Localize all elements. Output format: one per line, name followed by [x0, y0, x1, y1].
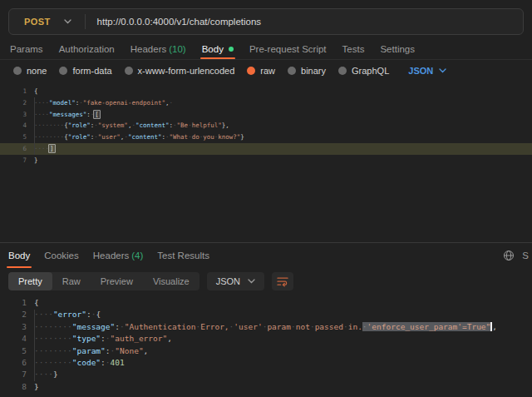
tab-tests[interactable]: Tests: [342, 39, 365, 59]
code-line[interactable]: 2····"error":·{: [0, 309, 532, 320]
body-type-selector: none form-data x-www-form-urlencoded raw…: [0, 60, 532, 82]
tab-label: Headers: [131, 44, 166, 54]
code-token: helpful": [192, 122, 222, 129]
active-tab-underline: [7, 266, 32, 268]
radio-icon: [13, 67, 22, 75]
code-token: ········: [34, 322, 72, 331]
code-token: ········: [34, 346, 72, 355]
method-label: POST: [24, 17, 51, 27]
code-line[interactable]: 7····}: [0, 369, 532, 380]
tab-label: Body: [8, 251, 30, 261]
view-pretty[interactable]: Pretty: [8, 272, 52, 290]
body-type-raw[interactable]: raw: [247, 66, 275, 76]
radio-selected-icon: [247, 67, 255, 75]
tab-authorization[interactable]: Authorization: [59, 39, 115, 59]
code-line[interactable]: 5········{"role":·"user",·"content":·"Wh…: [0, 132, 532, 143]
line-number: 7: [3, 369, 27, 380]
code-token: "system": [98, 122, 128, 129]
body-language-dropdown[interactable]: JSON: [408, 66, 446, 76]
code-token: 'user': [234, 322, 262, 331]
code-line[interactable]: 6········"code":·401: [0, 357, 532, 369]
tab-label: Headers: [93, 251, 129, 261]
response-tab-cookies[interactable]: Cookies: [44, 243, 79, 268]
code-token: }: [240, 133, 244, 141]
code-line[interactable]: 4········{"role":·"system",·"content":·"…: [0, 120, 532, 132]
indent-guide: [34, 97, 35, 155]
chevron-down-icon: [64, 19, 71, 24]
view-visualize[interactable]: Visualize: [143, 272, 200, 290]
tab-headers[interactable]: Headers (10): [131, 39, 186, 59]
code-line[interactable]: 7}: [0, 155, 532, 166]
code-token: know?": [218, 133, 240, 141]
line-number: 2: [3, 309, 27, 320]
code-line[interactable]: 4········"type":·"auth_error",: [0, 333, 532, 345]
code-token: {: [96, 310, 101, 319]
line-number: 4: [3, 333, 27, 345]
code-line[interactable]: 2····"model":·"fake-openai-endpoint",·: [0, 97, 532, 109]
code-token: ,: [492, 322, 497, 331]
tab-pre-request-script[interactable]: Pre-request Script: [249, 39, 327, 59]
code-token: "None": [115, 346, 143, 355]
code-token: ·: [362, 322, 367, 331]
code-line[interactable]: 5········"param":·"None",: [0, 345, 532, 357]
chevron-down-icon: [439, 68, 446, 73]
tab-label: Body: [202, 44, 224, 54]
code-token: {: [34, 87, 38, 95]
line-number: 1: [3, 297, 27, 309]
code-line[interactable]: 6····]: [0, 143, 532, 155]
code-token: }: [34, 382, 39, 391]
request-url-bar: POST http://0.0.0.0:4000/v1/chat/complet…: [8, 8, 524, 35]
response-editor[interactable]: 1{2····"error":·{3········"message":·"Au…: [0, 295, 532, 397]
body-type-binary[interactable]: binary: [288, 66, 326, 76]
headers-count-badge: (4): [131, 251, 143, 261]
wrap-text-icon: [277, 276, 288, 287]
radio-icon: [125, 67, 133, 75]
response-tab-test-results[interactable]: Test Results: [157, 243, 209, 268]
body-type-x-www-form-urlencoded[interactable]: x-www-form-urlencoded: [125, 66, 235, 76]
code-token: "model": [49, 99, 76, 107]
code-token: "auth_error": [111, 334, 168, 343]
code-line[interactable]: 3········"message":·"Authentication·Erro…: [0, 321, 532, 333]
code-line[interactable]: 3····"messages":·[: [0, 109, 532, 121]
code-token: "type": [72, 334, 101, 343]
status-text-clipped: S: [522, 251, 529, 261]
code-token: ········: [34, 334, 72, 343]
request-editor[interactable]: 1{2····"model":·"fake-openai-endpoint",·…: [0, 83, 532, 245]
tab-params[interactable]: Params: [10, 39, 43, 59]
code-token: ,: [167, 334, 172, 343]
code-token: "error": [53, 310, 86, 319]
body-type-form-data[interactable]: form-data: [59, 66, 111, 76]
view-raw[interactable]: Raw: [52, 272, 91, 290]
code-token: not: [296, 322, 310, 331]
code-token: [: [93, 110, 101, 119]
wrap-text-button[interactable]: [272, 272, 293, 290]
body-type-none[interactable]: none: [13, 66, 47, 76]
view-preview[interactable]: Preview: [91, 272, 143, 290]
response-tab-body[interactable]: Body: [8, 243, 30, 268]
code-token: "role": [68, 133, 91, 141]
radio-icon: [59, 67, 67, 75]
chevron-down-icon: [248, 279, 255, 284]
code-token: param: [267, 322, 291, 331]
code-line[interactable]: 1{: [0, 86, 532, 97]
radio-icon: [288, 67, 296, 75]
code-token: "messages": [49, 111, 86, 118]
code-token: "user": [98, 133, 121, 141]
code-token: ····: [34, 111, 49, 118]
code-token: "param": [72, 346, 106, 355]
globe-icon[interactable]: [503, 250, 515, 261]
code-line[interactable]: 8}: [0, 381, 532, 393]
body-type-graphql[interactable]: GraphQL: [338, 66, 389, 76]
code-line[interactable]: 1{: [0, 297, 532, 309]
response-language-dropdown[interactable]: JSON: [207, 272, 264, 290]
url-input[interactable]: http://0.0.0.0:4000/v1/chat/completions: [86, 17, 262, 27]
code-token: 401: [111, 358, 125, 367]
tab-settings[interactable]: Settings: [380, 39, 415, 59]
response-tabs: Body Cookies Headers (4) Test Results S: [0, 242, 532, 267]
response-tab-headers[interactable]: Headers (4): [93, 243, 144, 268]
method-selector[interactable]: POST: [9, 17, 85, 27]
code-token: 'enforce_user_param'=True": [367, 322, 491, 331]
code-token: }: [34, 156, 38, 164]
tab-body[interactable]: Body: [202, 39, 234, 59]
code-token: "Authentication: [125, 322, 196, 331]
